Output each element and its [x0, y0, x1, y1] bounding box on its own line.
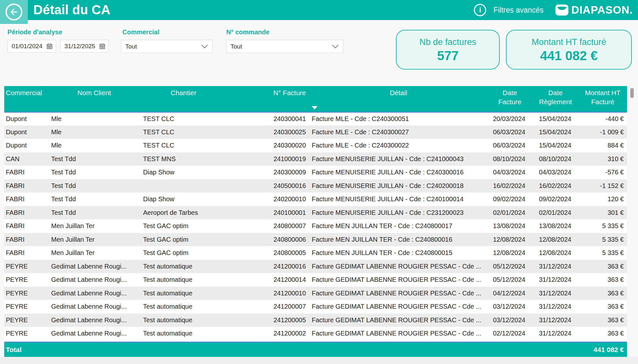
- table-row[interactable]: DupontMleTEST CLC240300025Facture MLE - …: [4, 126, 627, 139]
- cell-nom_client: Gedimat Labenne Rougi...: [49, 260, 140, 273]
- table-row[interactable]: FABRITest TddDiap Show240200010Facture M…: [4, 193, 627, 206]
- date-to-value: 31/12/2025: [64, 43, 95, 50]
- cell-montant: 363 €: [578, 314, 627, 327]
- cell-montant: 120 €: [578, 193, 627, 206]
- column-header-date-facture[interactable]: Date Facture: [487, 86, 532, 112]
- cell-detail: Facture MEN JUILLAN TER - Cde : C2408000…: [310, 246, 487, 260]
- cell-detail: Facture MEN JUILLAN TER - Cde : C2408000…: [310, 233, 487, 247]
- cell-chantier: [140, 179, 227, 193]
- column-header-nom-client[interactable]: Nom Client: [49, 86, 140, 112]
- cell-n_facture: 241000019: [227, 152, 310, 166]
- cell-commercial: FABRI: [4, 246, 49, 260]
- cell-chantier: Aeroport de Tarbes: [140, 206, 227, 220]
- cell-montant: 363 €: [578, 260, 627, 273]
- cell-date_reglement: 31/12/2024: [532, 300, 578, 314]
- cell-n_facture: 240300009: [227, 166, 310, 179]
- table-row[interactable]: DupontMleTEST CLC240300041Facture MLE - …: [4, 112, 627, 126]
- column-header-commercial[interactable]: Commercial: [4, 86, 49, 112]
- cell-montant: 5 335 €: [578, 219, 627, 233]
- table-row[interactable]: PEYREGedimat Labenne Rougi...Test automa…: [4, 300, 627, 314]
- back-button[interactable]: [0, 0, 28, 24]
- cell-date_facture: 16/02/2024: [487, 179, 532, 193]
- cell-nom_client: Test Tdd: [49, 179, 140, 193]
- commande-dropdown[interactable]: Tout: [226, 40, 343, 53]
- cell-detail: Facture MLE - Cde : C240300051: [310, 112, 487, 126]
- page-title: Détail du CA: [33, 0, 110, 20]
- cell-detail: Facture MENUISERIE JUILLAN - Cde : C2403…: [310, 166, 487, 179]
- cell-chantier: TEST CLC: [140, 126, 227, 139]
- kpi-montant-ht-value: 441 082 €: [540, 49, 598, 63]
- table-row[interactable]: FABRIMen Juillan TerTest GAC optim240800…: [4, 246, 627, 260]
- cell-montant: 363 €: [578, 327, 627, 340]
- cell-date_reglement: 31/12/2024: [532, 314, 578, 327]
- cell-n_facture: 241200014: [227, 273, 310, 287]
- vertical-scrollbar[interactable]: [630, 88, 634, 98]
- cell-n_facture: 240300020: [227, 139, 310, 152]
- periode-analyse-label: Période d'analyse: [7, 28, 62, 36]
- cell-date_reglement: 15/04/2024: [532, 126, 578, 139]
- cell-detail: Facture MLE - Cde : C240300027: [310, 126, 487, 139]
- cell-commercial: PEYRE: [4, 327, 49, 340]
- table-row[interactable]: FABRIMen Juillan TerTest GAC optim240800…: [4, 219, 627, 233]
- cell-date_reglement: 31/12/2024: [532, 327, 578, 340]
- table-row[interactable]: FABRIMen Juillan TerTest GAC optim240800…: [4, 233, 627, 247]
- cell-n_facture: 241200005: [227, 314, 310, 327]
- table-row[interactable]: DupontMleTEST CLC240300020Facture MLE - …: [4, 139, 627, 152]
- cell-date_facture: 20/03/2024: [487, 112, 532, 126]
- cell-detail: Facture GEDIMAT LABENNE ROUGIER PESSAC -…: [310, 314, 487, 327]
- cell-montant: 363 €: [578, 287, 627, 300]
- cell-date_reglement: 16/02/2024: [532, 179, 578, 193]
- cell-n_facture: 240800007: [227, 219, 310, 233]
- kpi-nb-factures-value: 577: [437, 49, 459, 63]
- footer-strip: [0, 357, 638, 364]
- cell-nom_client: Test Tdd: [49, 166, 140, 179]
- cell-commercial: CAN: [4, 152, 49, 166]
- sort-desc-icon[interactable]: [312, 106, 318, 109]
- date-from-input[interactable]: 01/01/2024: [7, 40, 56, 52]
- table-row[interactable]: PEYREGedimat Labenne Rougi...Test automa…: [4, 327, 627, 340]
- cell-date_reglement: 12/08/2024: [532, 233, 578, 247]
- table-row[interactable]: FABRITest TddAeroport de Tarbes240100001…: [4, 206, 627, 220]
- cell-n_facture: 240100001: [227, 206, 310, 220]
- column-header-chantier[interactable]: Chantier: [140, 86, 227, 112]
- cell-chantier: Test automatique: [140, 314, 227, 327]
- brand-name: DIAPASON.: [571, 4, 633, 16]
- column-header-detail[interactable]: Détail: [310, 86, 487, 112]
- cell-montant: 884 €: [578, 139, 627, 152]
- cell-chantier: Diap Show: [140, 193, 227, 206]
- table-header-row: Commercial Nom Client Chantier N° Factur…: [4, 86, 627, 112]
- cell-date_reglement: 15/04/2024: [532, 139, 578, 152]
- cell-date_reglement: 31/12/2024: [532, 287, 578, 300]
- column-header-date-reglement[interactable]: Date Règlement: [532, 86, 578, 112]
- table-row[interactable]: PEYREGedimat Labenne Rougi...Test automa…: [4, 287, 627, 300]
- cell-montant: 5 335 €: [578, 246, 627, 260]
- table-row[interactable]: PEYREGedimat Labenne Rougi...Test automa…: [4, 273, 627, 287]
- cell-chantier: TEST MNS: [140, 152, 227, 166]
- cell-n_facture: 240800006: [227, 233, 310, 247]
- commercial-dropdown[interactable]: Tout: [121, 40, 213, 53]
- cell-detail: Facture MENUISERIE JUILLAN - Cde : C2312…: [310, 206, 487, 220]
- cell-commercial: FABRI: [4, 179, 49, 193]
- cell-detail: Facture MENUISERIE JUILLAN - Cde : C2410…: [310, 152, 487, 166]
- table-row[interactable]: CANTest TddTEST MNS241000019Facture MENU…: [4, 152, 627, 166]
- total-value: 441 082 €: [594, 346, 624, 354]
- cell-montant: 310 €: [578, 152, 627, 166]
- brand-mark-icon: [555, 4, 569, 16]
- cell-nom_client: Gedimat Labenne Rougi...: [49, 314, 140, 327]
- table-row[interactable]: FABRITest TddDiap Show240300009Facture M…: [4, 166, 627, 179]
- table-row[interactable]: FABRITest Tdd240500016Facture MENUISERIE…: [4, 179, 627, 193]
- info-icon[interactable]: i: [474, 4, 486, 16]
- column-header-n-facture[interactable]: N° Facture: [227, 86, 310, 112]
- cell-nom_client: Gedimat Labenne Rougi...: [49, 273, 140, 287]
- app-bar: Détail du CA i Filtres avancés DIAPASON.: [0, 0, 638, 20]
- cell-date_reglement: 04/03/2024: [532, 166, 578, 179]
- cell-n_facture: 241200007: [227, 300, 310, 314]
- date-to-input[interactable]: 31/12/2025: [60, 40, 109, 52]
- cell-chantier: Diap Show: [140, 166, 227, 179]
- commande-filter-label: N° commande: [226, 28, 270, 36]
- table-row[interactable]: PEYREGedimat Labenne Rougi...Test automa…: [4, 260, 627, 273]
- kpi-nb-factures: Nb de factures 577: [396, 30, 500, 70]
- cell-detail: Facture GEDIMAT LABENNE ROUGIER PESSAC -…: [310, 287, 487, 300]
- column-header-montant-ht[interactable]: Montant HT Facturé: [578, 86, 627, 112]
- table-row[interactable]: PEYREGedimat Labenne Rougi...Test automa…: [4, 314, 627, 327]
